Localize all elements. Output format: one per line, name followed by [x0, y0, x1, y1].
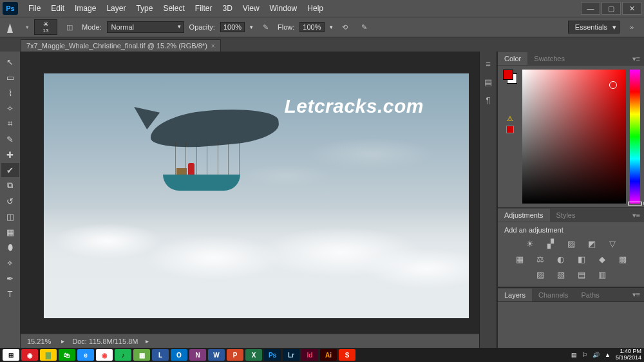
menu-image[interactable]: Image: [70, 4, 101, 13]
powerpoint-icon[interactable]: P: [227, 349, 243, 361]
pen-tool[interactable]: ✒: [1, 271, 19, 285]
type-tool[interactable]: T: [1, 287, 19, 301]
menu-filter[interactable]: Filter: [190, 4, 218, 13]
panel-menu-icon[interactable]: ▾≡: [629, 211, 644, 220]
explorer-icon[interactable]: ▇: [40, 349, 57, 361]
adj-photofilter-icon[interactable]: ◧: [574, 253, 589, 265]
flow-input[interactable]: 100%: [299, 22, 324, 32]
crop-tool[interactable]: ⌗: [1, 117, 19, 131]
hue-slider-thumb[interactable]: [628, 202, 642, 205]
tray-volume-icon[interactable]: 🔊: [592, 352, 600, 358]
tab-color[interactable]: Color: [498, 52, 527, 65]
blur-tool[interactable]: ⬮: [1, 240, 19, 254]
adj-levels-icon[interactable]: ▞: [544, 238, 558, 249]
menu-edit[interactable]: Edit: [46, 4, 70, 13]
adj-threshold-icon[interactable]: ▤: [574, 269, 589, 280]
tablet-pressure-size-icon[interactable]: ✎: [357, 20, 372, 34]
tab-adjustments[interactable]: Adjustments: [498, 209, 550, 222]
marquee-tool[interactable]: ▭: [1, 70, 19, 84]
tray-flag-icon[interactable]: ⚐: [582, 352, 587, 358]
tray-icon[interactable]: ▤: [571, 352, 577, 358]
color-field-picker[interactable]: [522, 70, 626, 204]
maximize-button[interactable]: ▢: [601, 2, 621, 15]
menu-file[interactable]: File: [23, 4, 46, 13]
flow-dropdown-icon[interactable]: ▾: [330, 24, 333, 30]
foreground-color-swatch[interactable]: [503, 70, 513, 80]
gamut-warning-icon[interactable]: ⚠: [507, 115, 513, 123]
zoom-dropdown-icon[interactable]: ▸: [61, 338, 64, 345]
store-icon[interactable]: 🛍: [59, 349, 75, 361]
zoom-level[interactable]: 15.21%: [24, 337, 53, 346]
menu-3d[interactable]: 3D: [217, 4, 237, 13]
airbrush-icon[interactable]: ⟲: [338, 20, 352, 34]
brush-panel-toggle-icon[interactable]: ◫: [62, 20, 77, 34]
tab-styles[interactable]: Styles: [550, 209, 582, 222]
properties-icon[interactable]: ▤: [482, 76, 495, 88]
character-icon[interactable]: ¶: [482, 94, 495, 106]
tab-swatches[interactable]: Swatches: [527, 52, 571, 65]
brush-preset-picker[interactable]: ✳ 13: [34, 19, 57, 35]
color-picker-marker[interactable]: [609, 81, 617, 89]
healing-brush-tool[interactable]: ✚: [1, 148, 19, 162]
sogou-icon[interactable]: S: [339, 349, 355, 361]
opacity-dropdown-icon[interactable]: ▾: [250, 24, 253, 30]
menu-view[interactable]: View: [238, 4, 265, 13]
foreground-background-swatch[interactable]: [503, 70, 517, 84]
adj-posterize-icon[interactable]: ▧: [554, 269, 568, 280]
tab-paths[interactable]: Paths: [575, 289, 606, 301]
canvas-area[interactable]: Letcracks.com: [21, 52, 479, 334]
outlook-icon[interactable]: O: [171, 349, 187, 361]
tray-expand-icon[interactable]: ▲: [605, 352, 611, 358]
document-tab[interactable]: 7x7_Maggie_Whale_Christine_final.tif @ 1…: [21, 39, 221, 52]
adj-curves-icon[interactable]: ▨: [564, 238, 578, 249]
move-tool[interactable]: ↖: [1, 55, 19, 69]
adj-gradientmap-icon[interactable]: ▥: [595, 269, 609, 280]
adj-hue-icon[interactable]: ▦: [513, 253, 527, 265]
adj-vibrance-icon[interactable]: ▽: [605, 238, 620, 249]
expand-panels-icon[interactable]: »: [625, 20, 639, 34]
app-icon[interactable]: ▦: [133, 349, 150, 361]
adj-channelmixer-icon[interactable]: ◆: [595, 253, 609, 265]
photoshop-icon[interactable]: Ps: [264, 349, 281, 361]
magic-wand-tool[interactable]: ✧: [1, 101, 19, 115]
gamut-warning-swatch[interactable]: [506, 126, 514, 133]
workspace-switcher[interactable]: Essentials: [568, 21, 620, 33]
tab-channels[interactable]: Channels: [532, 289, 574, 301]
dodge-tool[interactable]: ⟡: [1, 256, 19, 270]
current-tool-icon[interactable]: [5, 19, 21, 35]
status-menu-icon[interactable]: ▸: [146, 338, 149, 345]
chrome-icon[interactable]: ◉: [96, 349, 113, 361]
adj-colorbalance-icon[interactable]: ⚖: [533, 253, 547, 265]
panel-menu-icon[interactable]: ▾≡: [629, 55, 644, 63]
document-canvas[interactable]: Letcracks.com: [44, 73, 469, 318]
minimize-button[interactable]: —: [581, 2, 600, 15]
word-icon[interactable]: W: [208, 349, 225, 361]
adj-colorlookup-icon[interactable]: ▩: [616, 253, 630, 265]
brush-tool[interactable]: ✔: [1, 163, 19, 177]
adj-brightness-icon[interactable]: ☀: [523, 238, 537, 249]
ie-icon[interactable]: e: [77, 349, 94, 361]
dropdown-arrow-icon[interactable]: ▾: [26, 24, 29, 30]
tab-layers[interactable]: Layers: [498, 289, 532, 301]
lasso-tool[interactable]: ⌇: [1, 86, 19, 100]
eraser-tool[interactable]: ◫: [1, 209, 19, 224]
indesign-icon[interactable]: Id: [301, 349, 318, 361]
gradient-tool[interactable]: ▦: [1, 225, 19, 239]
menu-window[interactable]: Window: [265, 4, 303, 13]
adj-bw-icon[interactable]: ◐: [554, 253, 568, 265]
lync-icon[interactable]: L: [152, 349, 169, 361]
spotify-icon[interactable]: ♪: [115, 349, 131, 361]
hue-slider[interactable]: ▸: [630, 70, 640, 204]
menu-layer[interactable]: Layer: [101, 4, 131, 13]
lightroom-icon[interactable]: Lr: [283, 349, 299, 361]
menu-type[interactable]: Type: [131, 4, 158, 13]
close-tab-icon[interactable]: ×: [211, 43, 215, 50]
menu-select[interactable]: Select: [158, 4, 189, 13]
adobe-cc-icon[interactable]: ◉: [21, 349, 38, 361]
blend-mode-dropdown[interactable]: Normal: [107, 21, 184, 33]
start-icon[interactable]: ⊞: [3, 349, 19, 361]
tablet-pressure-opacity-icon[interactable]: ✎: [258, 20, 272, 34]
adj-invert-icon[interactable]: ▨: [533, 269, 547, 280]
clone-stamp-tool[interactable]: ⧉: [1, 178, 19, 193]
close-button[interactable]: ✕: [622, 2, 641, 15]
